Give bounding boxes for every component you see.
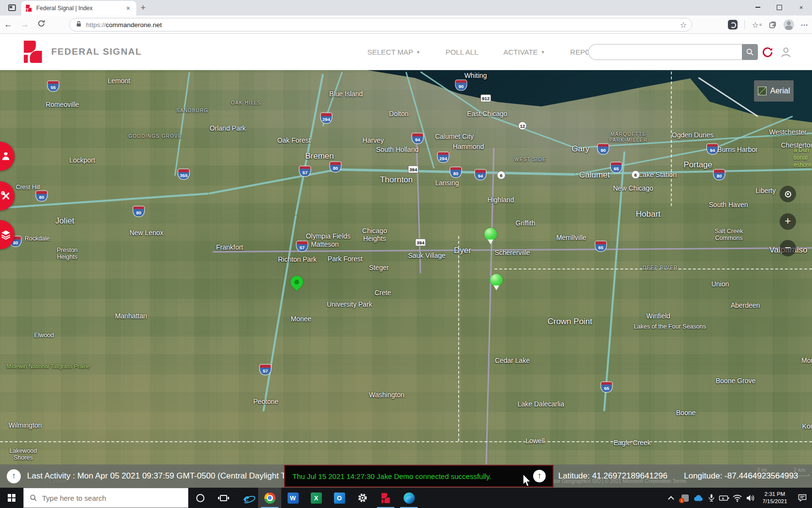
start-button[interactable] bbox=[0, 488, 23, 508]
zoom-out-button[interactable]: − bbox=[780, 240, 796, 256]
extension-icon[interactable] bbox=[728, 20, 738, 30]
locate-button[interactable] bbox=[780, 186, 796, 202]
plus-icon: + bbox=[785, 216, 791, 226]
road bbox=[406, 72, 435, 169]
browser-tab-bar: Federal Signal | Index × + × bbox=[0, 0, 812, 15]
notification-app-button[interactable]: 1 bbox=[679, 488, 692, 508]
route-shield: 912 bbox=[480, 94, 491, 102]
forward-button: → bbox=[16, 20, 33, 30]
map-label: Chicago Heights bbox=[362, 227, 387, 242]
taskbar-clock[interactable]: 2:31 PM 7/15/2021 bbox=[757, 488, 793, 508]
map-canvas[interactable]: LemontRomeovilleSANDBURGOAK HILLSBlue Is… bbox=[0, 70, 812, 488]
nav-poll-all[interactable]: POLL ALL bbox=[446, 48, 478, 56]
users-icon bbox=[0, 151, 11, 162]
route-shield: 394 bbox=[408, 165, 419, 173]
wifi-icon bbox=[732, 494, 742, 502]
route-shield: 57 bbox=[299, 166, 311, 177]
url-field[interactable]: https://commanderone.net ☆ bbox=[69, 18, 692, 31]
up-arrow-icon[interactable]: ↑ bbox=[7, 469, 21, 483]
zoom-in-button[interactable]: + bbox=[780, 213, 796, 230]
outlook-button[interactable]: O bbox=[328, 488, 351, 508]
map-pin[interactable] bbox=[490, 274, 503, 286]
map-pin[interactable] bbox=[290, 276, 303, 288]
cortana-button[interactable] bbox=[188, 488, 212, 508]
map-view-button[interactable]: Aerial bbox=[754, 80, 794, 102]
poll-refresh-icon[interactable] bbox=[761, 45, 774, 59]
connection-message: Thu Jul 15 2021 14:27:30 Jake Demo conne… bbox=[292, 472, 533, 480]
divider bbox=[744, 20, 745, 29]
map-label: Washington bbox=[369, 391, 404, 399]
nav-activate[interactable]: ACTIVATE▼ bbox=[504, 48, 545, 56]
cortana-icon bbox=[196, 494, 204, 502]
browser-tab[interactable]: Federal Signal | Index × bbox=[21, 1, 136, 15]
maximize-button[interactable] bbox=[768, 0, 790, 15]
chrome-button[interactable] bbox=[258, 488, 281, 508]
microphone-icon bbox=[707, 493, 716, 503]
tab-actions-button[interactable] bbox=[5, 1, 19, 15]
federal-signal-app-button[interactable] bbox=[374, 488, 397, 508]
back-button[interactable]: ← bbox=[0, 20, 16, 30]
map-label: Highland bbox=[487, 196, 514, 204]
search-icon bbox=[746, 48, 754, 56]
map-label: South Holland bbox=[376, 146, 419, 153]
badge-count: 1 bbox=[679, 498, 684, 503]
browser-refresh-icon[interactable] bbox=[33, 19, 49, 30]
chrome-icon bbox=[264, 493, 276, 504]
nav-select-map[interactable]: SELECT MAP▼ bbox=[367, 48, 420, 56]
map-label: Union bbox=[711, 280, 729, 288]
search-input[interactable] bbox=[588, 44, 742, 60]
excel-icon: X bbox=[311, 493, 322, 504]
favorite-add-icon[interactable]: ☆ bbox=[680, 20, 687, 30]
map-pin[interactable] bbox=[484, 228, 497, 240]
power-button[interactable] bbox=[718, 488, 731, 508]
chevron-down-icon: ▼ bbox=[541, 50, 545, 55]
excel-button[interactable]: X bbox=[304, 488, 328, 508]
app-header: FEDERAL SIGNAL SELECT MAP▼POLL ALLACTIVA… bbox=[0, 34, 812, 70]
settings-button[interactable] bbox=[351, 488, 374, 508]
microphone-button[interactable] bbox=[705, 488, 718, 508]
tab-close-icon[interactable]: × bbox=[124, 4, 132, 13]
tray-expand-button[interactable] bbox=[666, 488, 679, 508]
map-label: Lake Station bbox=[639, 171, 677, 179]
minimize-button[interactable] bbox=[747, 0, 768, 15]
map-label: Monee bbox=[291, 315, 312, 323]
close-window-button[interactable]: × bbox=[790, 0, 812, 15]
users-panel-button[interactable] bbox=[0, 142, 14, 171]
browser-address-bar: ← → https://commanderone.net ☆ ☆≡ ··· bbox=[0, 15, 812, 34]
wifi-button[interactable] bbox=[731, 488, 744, 508]
locate-icon bbox=[785, 191, 791, 197]
word-icon: W bbox=[288, 493, 299, 504]
map-label: New Chicago bbox=[613, 184, 653, 192]
action-center-button[interactable] bbox=[793, 488, 812, 508]
map-label: Hobart bbox=[636, 209, 660, 219]
word-button[interactable]: W bbox=[281, 488, 304, 508]
lock-icon[interactable] bbox=[75, 20, 82, 30]
task-view-button[interactable] bbox=[212, 488, 235, 508]
map-label: Lowell bbox=[525, 437, 545, 445]
internet-explorer-button[interactable]: e bbox=[235, 488, 258, 508]
onedrive-button[interactable] bbox=[692, 488, 705, 508]
main-nav: SELECT MAP▼POLL ALLACTIVATE▼REPORTING▼ bbox=[367, 34, 620, 70]
map-label: Preston Heights bbox=[57, 247, 77, 261]
up-arrow-icon[interactable]: ↑ bbox=[533, 470, 546, 482]
new-tab-button[interactable]: + bbox=[136, 1, 150, 15]
map-label: Dyer bbox=[454, 246, 471, 255]
edge-button[interactable] bbox=[397, 488, 420, 508]
brand-text: FEDERAL SIGNAL bbox=[51, 46, 142, 57]
volume-button[interactable] bbox=[744, 488, 757, 508]
collections-icon[interactable] bbox=[768, 21, 777, 29]
map-label: Morg bbox=[801, 357, 812, 364]
map-label: Lakes of the Four Seasons bbox=[634, 323, 706, 330]
aerial-label: Aerial bbox=[770, 87, 790, 95]
map-label: MARQUETTE PARK-MILLER bbox=[609, 132, 647, 143]
map-label: Kou bbox=[802, 422, 812, 430]
map-label: Calumet City bbox=[435, 133, 474, 140]
route-shield: 294 bbox=[320, 113, 333, 124]
search-button[interactable] bbox=[742, 44, 758, 60]
favorites-icon[interactable]: ☆≡ bbox=[752, 20, 762, 30]
taskbar-search[interactable] bbox=[23, 488, 188, 508]
browser-menu-icon[interactable]: ··· bbox=[801, 21, 808, 29]
profile-avatar[interactable] bbox=[783, 19, 794, 30]
user-icon[interactable] bbox=[779, 45, 793, 59]
taskbar-search-input[interactable] bbox=[42, 494, 168, 502]
